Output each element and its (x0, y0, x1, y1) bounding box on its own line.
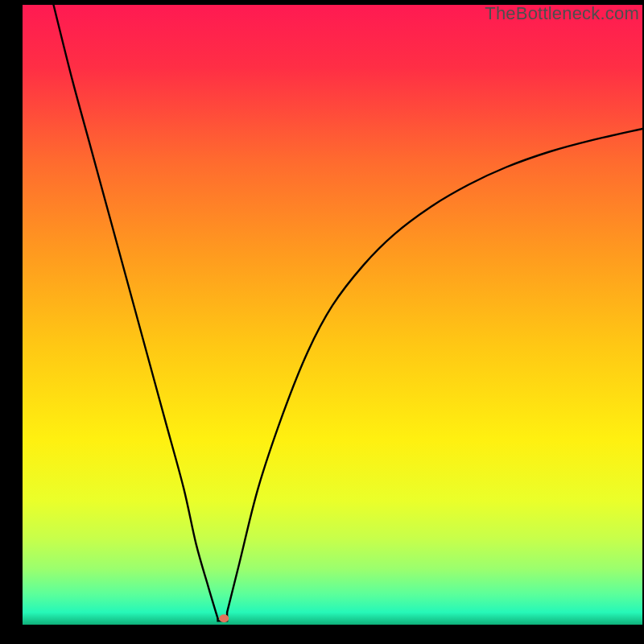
watermark-text: TheBottleneck.com (485, 3, 639, 24)
chart-frame: TheBottleneck.com (0, 0, 644, 644)
optimum-marker (219, 614, 229, 622)
bottleneck-chart (23, 5, 642, 625)
plot-background (23, 5, 642, 625)
